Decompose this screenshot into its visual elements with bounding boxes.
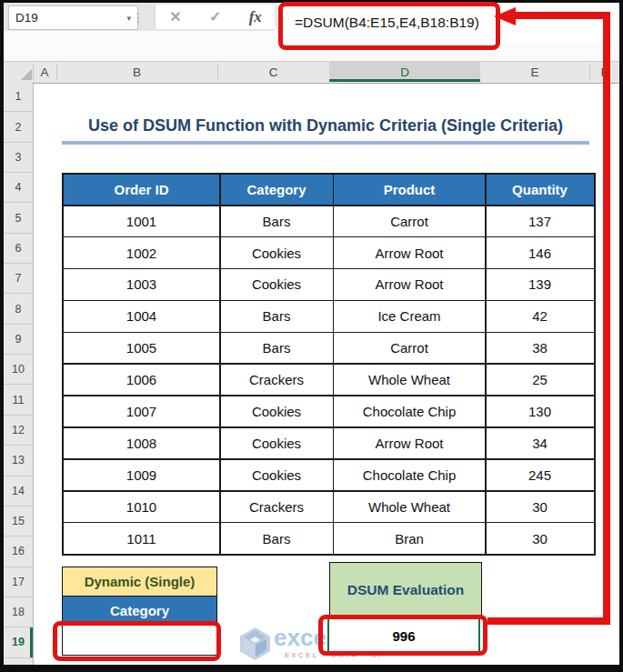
cell-quantity[interactable]: 30 <box>487 492 594 522</box>
cell-product[interactable]: Bran <box>334 523 485 553</box>
cell-category[interactable]: Crackers <box>221 492 333 522</box>
row-header-11[interactable]: 11 <box>4 386 33 416</box>
cell-product[interactable]: Arrow Root <box>334 428 485 458</box>
excel-window: D19 ▾ ⋮ ✕ ✓ fx =DSUM(B4:E15,E4,B18:B19) … <box>0 0 623 672</box>
cell-quantity[interactable]: 25 <box>487 365 594 395</box>
row-header-12[interactable]: 12 <box>4 416 33 446</box>
cell-order-id[interactable]: 1004 <box>64 301 219 331</box>
criteria-input-cell[interactable] <box>63 625 216 655</box>
criteria-block: Dynamic (Single) Category <box>62 567 217 656</box>
column-header-e[interactable]: E <box>480 62 589 82</box>
column-header-b[interactable]: B <box>56 62 217 82</box>
column-header-c[interactable]: C <box>217 62 329 82</box>
cell-product[interactable]: Arrow Root <box>334 269 485 299</box>
cell-order-id[interactable]: 1009 <box>64 460 219 490</box>
cell-quantity[interactable]: 139 <box>487 269 594 299</box>
cancel-icon[interactable]: ✕ <box>169 8 181 25</box>
cell-quantity[interactable]: 42 <box>487 301 594 331</box>
enter-icon[interactable]: ✓ <box>209 8 221 25</box>
more-options-icon[interactable]: ⋮ <box>133 5 144 28</box>
cell-quantity[interactable]: 38 <box>487 333 594 363</box>
row-header-19[interactable]: 19 <box>4 627 33 657</box>
result-cell[interactable]: 996 <box>327 617 480 654</box>
watermark-logo-icon <box>240 627 270 660</box>
row-header-column: 1 2 3 4 5 6 7 8 9 10 11 12 13 14 15 16 1… <box>4 82 34 665</box>
cell-product[interactable]: Chocolate Chip <box>334 396 485 426</box>
cell-category[interactable]: Bars <box>221 333 333 363</box>
table-header-order-id[interactable]: Order ID <box>64 175 219 205</box>
cell-product[interactable]: Carrot <box>334 333 485 363</box>
cell-category[interactable]: Bars <box>221 523 333 553</box>
title-underline <box>62 141 589 145</box>
cell-product[interactable]: Carrot <box>334 206 485 236</box>
row-header-18[interactable]: 18 <box>4 597 33 627</box>
cell-product[interactable]: Arrow Root <box>334 237 485 267</box>
cell-category[interactable]: Cookies <box>221 269 333 299</box>
cell-order-id[interactable]: 1010 <box>64 492 219 522</box>
column-header-row: A B C D E F <box>4 61 619 84</box>
row-header-13[interactable]: 13 <box>4 446 33 476</box>
cell-product[interactable]: Whole Wheat <box>334 365 485 395</box>
cell-order-id[interactable]: 1008 <box>64 428 219 458</box>
table-header-quantity[interactable]: Quantity <box>487 175 594 205</box>
cell-order-id[interactable]: 1011 <box>64 523 219 553</box>
name-box-value: D19 <box>15 11 38 25</box>
table-header-product[interactable]: Product <box>334 175 485 205</box>
table-header-category[interactable]: Category <box>221 175 333 205</box>
row-header-1[interactable]: 1 <box>4 82 33 112</box>
column-header-a[interactable]: A <box>33 62 56 82</box>
cell-quantity[interactable]: 130 <box>487 396 594 426</box>
insert-function-icon[interactable]: fx <box>249 8 262 26</box>
criteria-header-cell[interactable]: Dynamic (Single) <box>63 567 216 597</box>
row-header-3[interactable]: 3 <box>4 143 33 173</box>
cell-order-id[interactable]: 1001 <box>64 206 219 236</box>
cell-category[interactable]: Cookies <box>221 237 333 267</box>
criteria-field-cell[interactable]: Category <box>63 597 216 625</box>
cell-quantity[interactable]: 137 <box>487 206 594 236</box>
cell-order-id[interactable]: 1002 <box>64 237 219 267</box>
cell-quantity[interactable]: 30 <box>487 523 594 553</box>
cell-category[interactable]: Bars <box>221 301 333 331</box>
data-table: Order ID Category Product Quantity 1001 … <box>62 173 596 556</box>
cell-quantity[interactable]: 34 <box>487 428 594 458</box>
cell-category[interactable]: Cookies <box>221 460 333 490</box>
cell-category[interactable]: Cookies <box>221 396 333 426</box>
cell-order-id[interactable]: 1007 <box>64 396 219 426</box>
cell-product[interactable]: Chocolate Chip <box>334 460 485 490</box>
cell-order-id[interactable]: 1006 <box>64 365 219 395</box>
cell-category[interactable]: Bars <box>221 206 333 236</box>
evaluation-header-cell[interactable]: DSUM Evaluation <box>329 562 482 618</box>
row-header-2[interactable]: 2 <box>4 112 33 142</box>
row-header-4[interactable]: 4 <box>4 173 33 203</box>
sheet-title: Use of DSUM Function with Dynamic Criter… <box>36 111 615 140</box>
select-all-corner-icon[interactable] <box>21 69 32 80</box>
cell-order-id[interactable]: 1003 <box>64 269 219 299</box>
formula-bar-buttons: ✕ ✓ fx <box>155 5 276 29</box>
cell-product[interactable]: Whole Wheat <box>334 492 485 522</box>
cell-category[interactable]: Crackers <box>221 365 333 395</box>
column-header-f[interactable]: F <box>589 62 619 82</box>
row-header-10[interactable]: 10 <box>4 355 33 385</box>
column-header-d[interactable]: D <box>329 62 480 82</box>
cell-order-id[interactable]: 1005 <box>64 333 219 363</box>
row-header-17[interactable]: 17 <box>4 567 33 597</box>
formula-input[interactable]: =DSUM(B4:E15,E4,B18:B19) <box>282 3 619 43</box>
row-header-8[interactable]: 8 <box>4 294 33 324</box>
formula-value: =DSUM(B4:E15,E4,B18:B19) <box>282 15 479 31</box>
name-box[interactable]: D19 ▾ <box>8 5 138 30</box>
row-header-15[interactable]: 15 <box>4 507 33 537</box>
cell-product[interactable]: Ice Cream <box>334 301 485 331</box>
cell-quantity[interactable]: 245 <box>487 460 594 490</box>
cell-category[interactable]: Cookies <box>221 428 333 458</box>
name-box-caret-icon[interactable]: ▾ <box>126 14 131 23</box>
cell-quantity[interactable]: 146 <box>487 237 594 267</box>
row-header-14[interactable]: 14 <box>4 476 33 507</box>
row-header-7[interactable]: 7 <box>4 264 33 294</box>
row-header-6[interactable]: 6 <box>4 234 33 264</box>
row-header-16[interactable]: 16 <box>4 537 33 567</box>
row-header-5[interactable]: 5 <box>4 203 33 233</box>
row-header-9[interactable]: 9 <box>4 325 33 355</box>
